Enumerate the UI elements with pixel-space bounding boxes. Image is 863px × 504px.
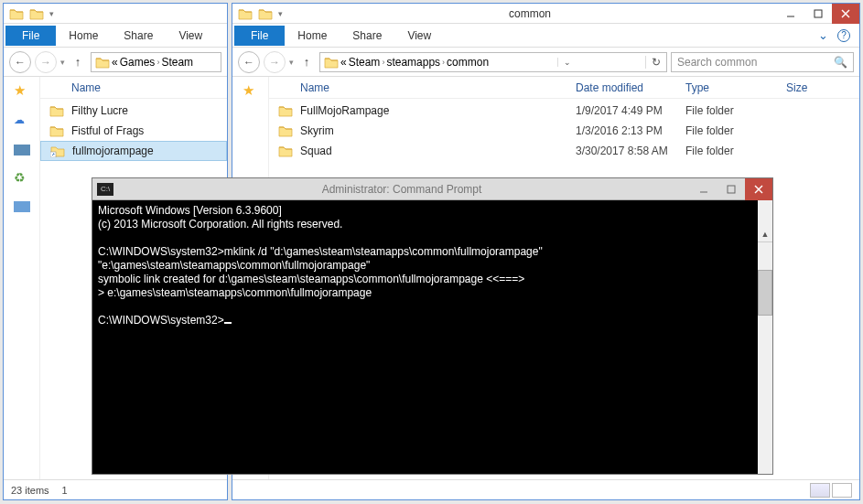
cmd-title: Administrator: Command Prompt [113,183,690,196]
cmd-icon: C:\ [97,183,113,196]
column-name[interactable]: Name [269,81,576,94]
folder-icon [238,7,253,20]
cursor [224,322,232,324]
breadcrumb-part[interactable]: steamapps [386,56,440,69]
search-placeholder: Search common [677,56,757,69]
file-name: Squad [300,145,576,157]
file-date: 1/9/2017 4:49 PM [576,104,685,117]
refresh-button[interactable]: ↻ [645,56,666,69]
view-details-button[interactable] [810,483,830,498]
file-type: File folder [685,145,786,157]
help-icon[interactable]: ? [837,29,850,42]
breadcrumb-part[interactable]: common [447,56,489,69]
titlebar-right[interactable]: ▾ common [232,4,859,24]
close-button[interactable] [745,178,772,200]
file-name: FullMojoRampage [300,104,576,117]
column-date[interactable]: Date modified [576,81,685,94]
file-row[interactable]: Filthy Lucre [40,101,227,121]
file-tab[interactable]: File [5,26,56,46]
file-type: File folder [685,124,786,137]
breadcrumb-part[interactable]: Games [120,56,156,69]
file-name: Fistful of Frags [71,124,227,137]
new-folder-icon[interactable] [29,7,44,20]
back-button[interactable]: ← [9,51,31,73]
svg-rect-6 [728,186,735,193]
command-prompt-window: C:\ Administrator: Command Prompt Micros… [92,177,773,475]
selection-count: 1 [62,485,68,496]
maximize-button[interactable] [717,178,745,200]
drive-icon [95,56,110,69]
maximize-button[interactable] [804,4,832,24]
scrollbar[interactable]: ▲ [758,200,772,474]
search-icon[interactable]: 🔍 [834,56,847,69]
favorites-icon[interactable]: ★ [14,82,30,99]
breadcrumb-part[interactable]: Steam [161,56,193,69]
this-pc-icon[interactable] [14,145,30,155]
search-input[interactable]: Search common 🔍 [671,52,854,72]
minimize-button[interactable] [690,178,717,200]
ribbon-expand-icon[interactable]: ⌄ [818,28,828,42]
history-dropdown-icon[interactable]: ▾ [289,58,294,67]
folder-icon [276,124,295,137]
breadcrumb-overflow[interactable]: « [112,56,118,69]
column-size[interactable]: Size [786,81,859,94]
scroll-thumb[interactable] [758,270,772,316]
column-type[interactable]: Type [685,81,786,94]
breadcrumb-dropdown[interactable]: ⌄ [557,58,577,67]
breadcrumb-overflow[interactable]: « [340,56,347,69]
breadcrumb-part[interactable]: Steam [349,56,381,69]
tab-share[interactable]: Share [111,26,166,46]
back-button[interactable]: ← [238,51,260,73]
close-button[interactable] [832,4,859,24]
tab-view[interactable]: View [166,26,215,46]
view-icons-button[interactable] [832,483,852,498]
titlebar-left[interactable]: ▾ [4,4,227,24]
onedrive-icon[interactable]: ☁ [14,113,30,130]
folder-icon [276,104,295,117]
chevron-right-icon[interactable]: › [382,58,384,67]
file-name: Skyrim [300,124,576,137]
folder-icon [48,104,66,117]
qat-dropdown-icon[interactable]: ▾ [49,9,54,18]
folder-icon [276,145,295,157]
file-date: 3/30/2017 8:58 AM [576,145,685,157]
up-button[interactable]: ↑ [69,53,87,71]
file-tab[interactable]: File [234,26,285,46]
tab-share[interactable]: Share [340,26,394,46]
column-name[interactable]: Name [40,81,227,94]
history-dropdown-icon[interactable]: ▾ [60,58,65,67]
column-headers: Name [40,77,227,99]
breadcrumb[interactable]: « Steam › steamapps › common ⌄ ↻ [319,52,667,72]
new-folder-icon[interactable] [258,7,273,20]
ribbon: File Home Share View [4,24,227,48]
shortcut-icon [49,145,67,157]
recycle-icon[interactable]: ♻ [14,170,30,187]
forward-button[interactable]: → [264,51,286,73]
cmd-output[interactable]: Microsoft Windows [Version 6.3.9600] (c)… [92,200,772,474]
file-type: File folder [685,104,786,117]
tab-home[interactable]: Home [285,26,340,46]
favorites-icon[interactable]: ★ [243,82,259,99]
status-bar: 23 items 1 [4,479,227,499]
minimize-button[interactable] [777,4,804,24]
svg-rect-4 [814,10,822,17]
file-row[interactable]: Skyrim1/3/2016 2:13 PMFile folder [269,121,859,141]
chevron-right-icon[interactable]: › [442,58,445,67]
file-date: 1/3/2016 2:13 PM [576,124,685,137]
file-row[interactable]: Fistful of Frags [40,121,227,141]
chevron-right-icon[interactable]: › [156,58,159,67]
status-bar [232,479,859,499]
scroll-up-icon[interactable]: ▲ [758,228,772,242]
item-count: 23 items [11,485,49,496]
file-row[interactable]: FullMojoRampage1/9/2017 4:49 PMFile fold… [269,101,859,121]
breadcrumb[interactable]: « Games › Steam [91,52,221,72]
drive-icon [324,56,339,69]
file-row[interactable]: Squad3/30/2017 8:58 AMFile folder [269,141,859,161]
tab-view[interactable]: View [394,26,444,46]
up-button[interactable]: ↑ [297,53,316,71]
file-row[interactable]: fullmojorampage [40,141,227,161]
forward-button[interactable]: → [35,51,57,73]
cmd-titlebar[interactable]: C:\ Administrator: Command Prompt [92,178,772,200]
tab-home[interactable]: Home [56,26,111,46]
network-icon[interactable] [14,201,30,212]
